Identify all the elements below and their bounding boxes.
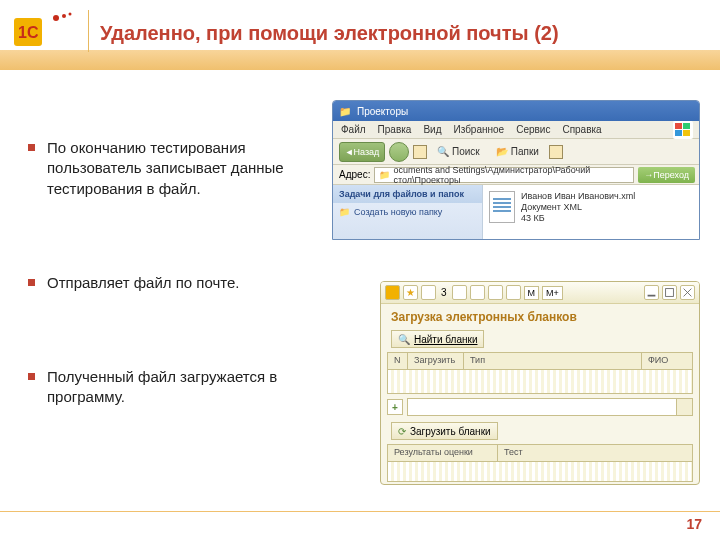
- search-button[interactable]: 🔍 Поиск: [431, 142, 486, 162]
- mplus-button[interactable]: М+: [542, 286, 563, 300]
- col-type[interactable]: Тип: [464, 353, 642, 369]
- grid-body[interactable]: [387, 370, 693, 394]
- search-icon: 🔍: [398, 334, 410, 345]
- add-row-button[interactable]: +: [387, 399, 403, 415]
- back-label: Назад: [354, 147, 380, 157]
- svg-rect-6: [683, 123, 690, 129]
- logo-separator: [88, 10, 89, 52]
- m-button[interactable]: М: [524, 286, 540, 300]
- col-load[interactable]: Загрузить: [408, 353, 464, 369]
- back-arrow-icon: ◄: [345, 147, 354, 157]
- bullet-text: Отправляет файл по почте.: [47, 273, 240, 293]
- search-icon: 🔍: [437, 146, 449, 157]
- tasks-panel: Задачи для файлов и папок 📁 Создать нову…: [333, 185, 483, 240]
- folders-icon: 📂: [496, 146, 508, 157]
- selection-field[interactable]: [407, 398, 693, 416]
- calc-icon[interactable]: [506, 285, 521, 300]
- load-blanks-button[interactable]: ⟳ Загрузить бланки: [391, 422, 498, 440]
- results-body[interactable]: [387, 462, 693, 482]
- address-bar: Адрес: 📁 ocuments and Settings\Администр…: [333, 165, 699, 185]
- menu-favorites[interactable]: Избранное: [453, 124, 504, 135]
- windows-flag-icon: [673, 121, 693, 139]
- goto-arrow-icon: →: [644, 170, 653, 180]
- address-input[interactable]: 📁 ocuments and Settings\Администратор\Ра…: [374, 167, 634, 183]
- col-test[interactable]: Тест: [498, 445, 692, 461]
- doc-icon[interactable]: [421, 285, 436, 300]
- svg-point-2: [53, 15, 59, 21]
- page-number: 17: [686, 516, 702, 532]
- logo-1c: 1C: [14, 12, 74, 50]
- folders-button[interactable]: 📂 Папки: [490, 142, 545, 162]
- address-label: Адрес:: [339, 169, 370, 180]
- goto-button[interactable]: → Переход: [638, 167, 695, 183]
- minimize-icon[interactable]: [644, 285, 659, 300]
- search-label: Поиск: [452, 146, 480, 157]
- print-icon[interactable]: [488, 285, 503, 300]
- svg-rect-7: [675, 130, 682, 136]
- file-type: Документ XML: [521, 202, 635, 213]
- menu-service[interactable]: Сервис: [516, 124, 550, 135]
- results-header: Результаты оценки Тест: [387, 444, 693, 462]
- loader-window: ★ 3 М М+ Загрузка электронных бланков 🔍: [380, 281, 700, 485]
- menu-help[interactable]: Справка: [562, 124, 601, 135]
- star-icon[interactable]: ★: [403, 285, 418, 300]
- explorer-titlebar: 📁 Проекторы: [333, 101, 699, 121]
- bullet-item: По окончанию тестирования пользователь з…: [28, 138, 318, 199]
- task-new-folder-label: Создать новую папку: [354, 207, 442, 217]
- grid-header: N Загрузить Тип ФИО: [387, 352, 693, 370]
- svg-rect-8: [683, 130, 690, 136]
- tool-icon[interactable]: [470, 285, 485, 300]
- goto-label: Переход: [653, 170, 689, 180]
- svg-rect-11: [666, 289, 674, 297]
- folders-label: Папки: [511, 146, 539, 157]
- file-pane[interactable]: Иванов Иван Иванович.xml Документ XML 43…: [483, 185, 699, 240]
- up-icon[interactable]: [413, 145, 427, 159]
- bullet-text: По окончанию тестирования пользователь з…: [47, 138, 318, 199]
- slide-title: Удаленно, при помощи электронной почты (…: [100, 22, 559, 45]
- col-results[interactable]: Результаты оценки: [388, 445, 498, 461]
- address-value: ocuments and Settings\Администратор\Рабо…: [393, 165, 633, 185]
- tasks-header[interactable]: Задачи для файлов и папок: [333, 185, 482, 203]
- views-icon[interactable]: [549, 145, 563, 159]
- footer-line: [0, 511, 720, 512]
- dropdown-icon[interactable]: [676, 399, 692, 415]
- bullet-marker-icon: [28, 373, 35, 380]
- explorer-menu: Файл Правка Вид Избранное Сервис Справка: [333, 121, 699, 139]
- task-new-folder[interactable]: 📁 Создать новую папку: [333, 203, 482, 221]
- xml-file-icon[interactable]: [489, 191, 515, 223]
- bullet-marker-icon: [28, 144, 35, 151]
- tool-icon[interactable]: [452, 285, 467, 300]
- menu-view[interactable]: Вид: [423, 124, 441, 135]
- back-button[interactable]: ◄ Назад: [339, 142, 385, 162]
- col-n[interactable]: N: [388, 353, 408, 369]
- menu-edit[interactable]: Правка: [378, 124, 412, 135]
- maximize-icon[interactable]: [662, 285, 677, 300]
- bullet-item: Полученный файл загружается в программу.: [28, 367, 318, 408]
- svg-text:★: ★: [406, 287, 415, 298]
- bullet-marker-icon: [28, 279, 35, 286]
- folder-icon: 📁: [339, 106, 351, 117]
- loader-toolbar: ★ 3 М М+: [381, 282, 699, 304]
- reload-icon: ⟳: [398, 426, 406, 437]
- folder-icon: 📁: [379, 170, 390, 180]
- find-blanks-label: Найти бланки: [414, 334, 477, 345]
- svg-point-3: [62, 14, 66, 18]
- loader-title: Загрузка электронных бланков: [381, 304, 699, 328]
- header-band: [0, 50, 720, 70]
- forward-button[interactable]: [389, 142, 409, 162]
- explorer-toolbar: ◄ Назад 🔍 Поиск 📂 Папки: [333, 139, 699, 165]
- menu-file[interactable]: Файл: [341, 124, 366, 135]
- app-icon[interactable]: [385, 285, 400, 300]
- svg-text:1C: 1C: [18, 24, 39, 41]
- file-name: Иванов Иван Иванович.xml: [521, 191, 635, 202]
- bullet-item: Отправляет файл по почте.: [28, 273, 318, 293]
- find-blanks-button[interactable]: 🔍 Найти бланки: [391, 330, 484, 348]
- explorer-title-text: Проекторы: [357, 106, 408, 117]
- toolbar-number: 3: [439, 287, 449, 298]
- svg-point-4: [69, 13, 72, 16]
- load-blanks-label: Загрузить бланки: [410, 426, 491, 437]
- file-info: Иванов Иван Иванович.xml Документ XML 43…: [521, 191, 635, 223]
- close-icon[interactable]: [680, 285, 695, 300]
- col-fio[interactable]: ФИО: [642, 353, 692, 369]
- svg-rect-5: [675, 123, 682, 129]
